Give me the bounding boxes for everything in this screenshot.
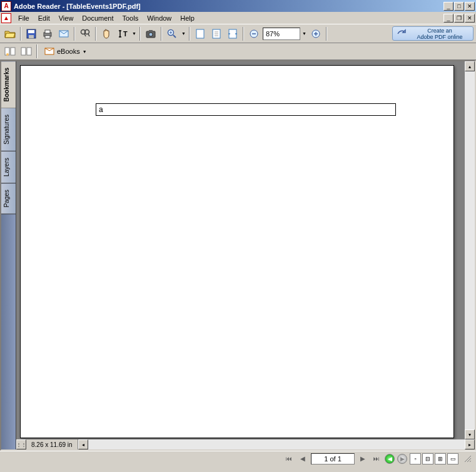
tab-pages[interactable]: Pages xyxy=(1,183,16,214)
mdi-restore-button[interactable]: ❐ xyxy=(454,14,464,23)
open-button[interactable] xyxy=(3,26,18,41)
svg-rect-23 xyxy=(27,48,31,55)
pdf-promo-icon xyxy=(397,29,407,39)
page-number-field[interactable] xyxy=(311,453,355,464)
mdi-close-button[interactable]: ✕ xyxy=(465,14,475,23)
tab-signatures[interactable]: Signatures xyxy=(1,108,16,151)
facing-button[interactable]: ⊞ xyxy=(435,453,446,464)
separator xyxy=(95,27,96,41)
scroll-right-button[interactable]: ▸ xyxy=(465,439,475,449)
previous-page-button[interactable]: ◀ xyxy=(297,453,308,464)
svg-rect-5 xyxy=(45,36,50,38)
separator xyxy=(36,44,38,58)
next-view-button[interactable]: ▶ xyxy=(397,454,407,464)
minimize-button[interactable]: _ xyxy=(443,2,453,11)
save-button[interactable] xyxy=(24,26,39,41)
scroll-track[interactable] xyxy=(88,439,465,449)
svg-rect-20 xyxy=(11,48,15,55)
titlebar: A Adobe Reader - [TableEvents1PDF.pdf] _… xyxy=(0,0,476,12)
actual-size-button[interactable] xyxy=(193,26,208,41)
page-dimensions: 8.26 x 11.69 in xyxy=(26,439,78,449)
view-mode-group: ▫ ⊟ ⊞ ▭ xyxy=(410,453,472,464)
svg-rect-4 xyxy=(45,30,50,33)
zoom-field[interactable] xyxy=(263,28,300,40)
separator xyxy=(326,27,327,41)
navigation-panel: Bookmarks Signatures Layers Pages xyxy=(1,61,16,449)
pdf-page: a xyxy=(20,65,454,438)
ebooks-button[interactable]: eBooks ▼ xyxy=(40,44,91,58)
document-icon: ▲ xyxy=(1,13,11,23)
resize-grip[interactable] xyxy=(462,453,472,463)
last-page-button[interactable]: ⏭ xyxy=(371,453,382,464)
hand-tool-button[interactable] xyxy=(99,26,114,41)
continuous-facing-button[interactable]: ▭ xyxy=(447,453,458,464)
mdi-minimize-button[interactable]: _ xyxy=(443,14,453,23)
menu-edit[interactable]: Edit xyxy=(34,13,54,23)
zoom-in-circle-button[interactable] xyxy=(308,26,323,41)
next-page-button[interactable]: ▶ xyxy=(357,453,368,464)
close-button[interactable]: ✕ xyxy=(465,2,475,11)
svg-rect-22 xyxy=(21,48,26,55)
svg-rect-1 xyxy=(28,30,34,33)
svg-text:T: T xyxy=(123,30,128,38)
svg-rect-12 xyxy=(149,30,153,32)
separator xyxy=(74,27,75,41)
menu-file[interactable]: File xyxy=(14,13,34,23)
separator xyxy=(161,27,162,41)
menu-view[interactable]: View xyxy=(54,13,78,23)
fit-width-button[interactable] xyxy=(225,26,240,41)
create-pdf-online-button[interactable]: Create anAdobe PDF online xyxy=(392,26,473,41)
main-toolbar: T ▼ ▼ ▼ Create anAdobe PDF online xyxy=(0,24,476,43)
scroll-track[interactable] xyxy=(465,71,475,429)
window-title: Adobe Reader - [TableEvents1PDF.pdf] xyxy=(14,3,443,10)
continuous-button[interactable]: ⊟ xyxy=(422,453,433,464)
single-page-button[interactable]: ▫ xyxy=(410,453,421,464)
zoom-dropdown[interactable]: ▼ xyxy=(181,26,186,41)
zoom-in-button[interactable] xyxy=(165,26,180,41)
select-text-button[interactable]: T xyxy=(115,26,130,41)
svg-rect-14 xyxy=(196,29,204,38)
print-button[interactable] xyxy=(40,26,55,41)
chevron-down-icon: ▼ xyxy=(83,49,87,54)
email-button[interactable] xyxy=(56,26,71,41)
ebooks-icon xyxy=(44,47,54,56)
menu-help[interactable]: Help xyxy=(176,13,199,23)
menu-window[interactable]: Window xyxy=(143,13,176,23)
vertical-scrollbar[interactable]: ▴ ▾ xyxy=(465,61,475,439)
snapshot-button[interactable] xyxy=(143,26,158,41)
table-cell: a xyxy=(96,103,396,116)
document-area: a ▴ ▾ ⋮⋮ 8.26 x 11.69 in ◂ ▸ xyxy=(16,61,475,449)
first-page-button[interactable]: ⏮ xyxy=(283,453,295,464)
zoom-field-dropdown[interactable]: ▼ xyxy=(301,26,307,41)
review-button[interactable] xyxy=(19,44,34,59)
zoom-out-button[interactable] xyxy=(246,26,261,41)
menu-document[interactable]: Document xyxy=(78,13,118,23)
ebooks-label: eBooks xyxy=(57,48,80,55)
previous-view-button[interactable]: ◀ xyxy=(385,454,395,464)
svg-point-21 xyxy=(6,53,9,56)
fit-page-button[interactable] xyxy=(209,26,224,41)
statusbar: ⏮ ◀ ▶ ⏭ ◀ ▶ ▫ ⊟ ⊞ ▭ xyxy=(0,451,476,466)
menubar: ▲ File Edit View Document Tools Window H… xyxy=(0,12,476,24)
menu-tools[interactable]: Tools xyxy=(118,13,143,23)
reading-mode-button[interactable] xyxy=(3,44,18,59)
separator xyxy=(243,27,244,41)
separator xyxy=(189,27,190,41)
maximize-button[interactable]: □ xyxy=(454,2,464,11)
tab-bookmarks[interactable]: Bookmarks xyxy=(1,61,16,108)
page-viewport[interactable]: a xyxy=(16,61,465,439)
select-dropdown[interactable]: ▼ xyxy=(131,26,137,41)
scroll-left-button[interactable]: ◂ xyxy=(78,439,88,449)
scroll-down-button[interactable]: ▾ xyxy=(465,429,475,439)
main-area: Bookmarks Signatures Layers Pages a ▴ ▾ … xyxy=(0,60,476,451)
app-icon: A xyxy=(1,1,11,11)
promo-text: Create anAdobe PDF online xyxy=(410,28,469,40)
tab-layers[interactable]: Layers xyxy=(1,151,16,183)
svg-point-11 xyxy=(149,33,153,36)
scroll-up-button[interactable]: ▴ xyxy=(465,61,475,71)
secondary-toolbar: eBooks ▼ xyxy=(0,43,476,60)
search-button[interactable] xyxy=(78,26,93,41)
separator xyxy=(139,27,141,41)
separator xyxy=(20,27,21,41)
resize-handle[interactable]: ⋮⋮ xyxy=(16,439,26,449)
